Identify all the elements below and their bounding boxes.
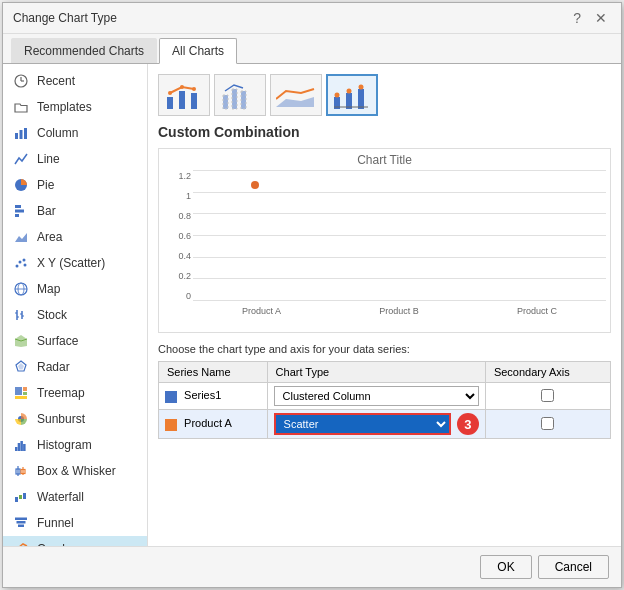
sidebar-item-map-label: Map xyxy=(37,282,60,296)
sidebar-item-histogram[interactable]: Histogram xyxy=(3,432,147,458)
sidebar-item-recent[interactable]: Recent xyxy=(3,68,147,94)
sidebar-item-boxwhisker[interactable]: Box & Whisker xyxy=(3,458,147,484)
box-chart-icon xyxy=(13,463,29,479)
sidebar-item-column[interactable]: Column xyxy=(3,120,147,146)
sidebar-item-xyscatter-label: X Y (Scatter) xyxy=(37,256,105,270)
producta-color xyxy=(165,419,177,431)
svg-point-14 xyxy=(24,264,27,267)
sidebar-item-treemap-label: Treemap xyxy=(37,386,85,400)
surface-chart-icon xyxy=(13,333,29,349)
svg-point-12 xyxy=(19,261,22,264)
svg-rect-40 xyxy=(15,497,18,502)
svg-rect-9 xyxy=(15,214,19,217)
svg-rect-55 xyxy=(223,95,228,109)
producta-secondary-axis-checkbox[interactable] xyxy=(541,417,554,430)
grid-line-1 xyxy=(193,278,606,279)
y-label-3: 0.6 xyxy=(163,231,191,241)
svg-rect-29 xyxy=(23,392,27,395)
sidebar-item-combo[interactable]: Combo xyxy=(3,536,147,546)
chart-grid xyxy=(193,171,606,301)
x-label-2: Product C xyxy=(517,306,557,316)
radar-chart-icon xyxy=(13,359,29,375)
combo-type-btn-4[interactable] xyxy=(326,74,378,116)
series1-secondary-axis-checkbox[interactable] xyxy=(541,389,554,402)
producta-secondary-axis-cell xyxy=(485,410,610,439)
main-panel: Custom Combination Chart Title xyxy=(148,64,621,546)
svg-point-62 xyxy=(335,93,340,98)
funnel-chart-icon xyxy=(13,515,29,531)
svg-rect-4 xyxy=(20,130,23,139)
svg-rect-42 xyxy=(23,493,26,499)
instruction-text: Choose the chart type and axis for your … xyxy=(158,343,611,355)
chart-type-icons xyxy=(158,74,611,116)
sidebar-item-waterfall-label: Waterfall xyxy=(37,490,84,504)
help-button[interactable]: ? xyxy=(569,11,585,25)
sidebar-item-xyscatter[interactable]: X Y (Scatter) xyxy=(3,250,147,276)
combo-type-btn-3[interactable] xyxy=(270,74,322,116)
producta-chart-type-select[interactable]: Clustered Column Line Scatter xyxy=(274,413,451,435)
producta-name-cell: Product A xyxy=(159,410,268,439)
svg-point-63 xyxy=(347,89,352,94)
svg-point-53 xyxy=(180,85,184,89)
sidebar-item-funnel[interactable]: Funnel xyxy=(3,510,147,536)
svg-rect-51 xyxy=(191,93,197,109)
sidebar-item-treemap[interactable]: Treemap xyxy=(3,380,147,406)
tabs-bar: Recommended Charts All Charts xyxy=(3,34,621,64)
table-row-series1: Series1 Clustered Column Line Scatter xyxy=(159,383,611,410)
x-axis-labels: Product A Product B Product C xyxy=(193,306,606,316)
ok-button[interactable]: OK xyxy=(480,555,531,579)
sidebar-item-radar[interactable]: Radar xyxy=(3,354,147,380)
sidebar-item-line-label: Line xyxy=(37,152,60,166)
series1-chart-type-select[interactable]: Clustered Column Line Scatter xyxy=(274,386,479,406)
svg-rect-49 xyxy=(167,97,173,109)
chart-area: 0 0.2 0.4 0.6 0.8 1 1.2 Product A Produc… xyxy=(163,171,606,316)
producta-dropdown-wrapper: Clustered Column Line Scatter 3 xyxy=(274,413,479,435)
sidebar-item-boxwhisker-label: Box & Whisker xyxy=(37,464,116,478)
tab-all-charts[interactable]: All Charts xyxy=(159,38,237,64)
x-label-0: Product A xyxy=(242,306,281,316)
svg-point-52 xyxy=(168,91,172,95)
sidebar-item-stock[interactable]: Stock xyxy=(3,302,147,328)
clock-icon xyxy=(13,73,29,89)
title-bar-controls: ? ✕ xyxy=(569,11,611,25)
table-row-producta: Product A Clustered Column Line Scatter … xyxy=(159,410,611,439)
sidebar-item-bar[interactable]: Bar xyxy=(3,198,147,224)
sidebar-item-map[interactable]: Map xyxy=(3,276,147,302)
series1-chart-type-cell: Clustered Column Line Scatter xyxy=(267,383,485,410)
combo-type-btn-2[interactable] xyxy=(214,74,266,116)
sidebar-item-pie[interactable]: Pie xyxy=(3,172,147,198)
sidebar: Recent Templates Column Li xyxy=(3,64,148,546)
svg-marker-10 xyxy=(15,233,27,242)
close-button[interactable]: ✕ xyxy=(591,11,611,25)
sidebar-item-templates[interactable]: Templates xyxy=(3,94,147,120)
area-chart-icon xyxy=(13,229,29,245)
bar-chart-icon xyxy=(13,203,29,219)
series1-secondary-axis-cell xyxy=(485,383,610,410)
tab-recommended-charts[interactable]: Recommended Charts xyxy=(11,38,157,63)
series1-label: Series1 xyxy=(184,389,221,401)
col-header-series-name: Series Name xyxy=(159,362,268,383)
sidebar-item-templates-label: Templates xyxy=(37,100,92,114)
sidebar-item-surface[interactable]: Surface xyxy=(3,328,147,354)
map-chart-icon xyxy=(13,281,29,297)
svg-rect-33 xyxy=(18,443,21,451)
sunburst-chart-icon xyxy=(13,411,29,427)
sidebar-item-funnel-label: Funnel xyxy=(37,516,74,530)
chart-preview: Chart Title xyxy=(158,148,611,333)
sidebar-item-sunburst[interactable]: Sunburst xyxy=(3,406,147,432)
sidebar-item-histogram-label: Histogram xyxy=(37,438,92,452)
sidebar-item-area[interactable]: Area xyxy=(3,224,147,250)
sidebar-item-line[interactable]: Line xyxy=(3,146,147,172)
svg-rect-45 xyxy=(18,525,24,528)
sidebar-item-recent-label: Recent xyxy=(37,74,75,88)
sidebar-item-column-label: Column xyxy=(37,126,78,140)
grid-line-0 xyxy=(193,300,606,301)
section-title: Custom Combination xyxy=(158,124,611,140)
waterfall-chart-icon xyxy=(13,489,29,505)
sidebar-item-surface-label: Surface xyxy=(37,334,78,348)
scatter-dot xyxy=(251,181,259,189)
combo-type-btn-1[interactable] xyxy=(158,74,210,116)
sidebar-item-waterfall[interactable]: Waterfall xyxy=(3,484,147,510)
producta-label: Product A xyxy=(184,417,232,429)
cancel-button[interactable]: Cancel xyxy=(538,555,609,579)
